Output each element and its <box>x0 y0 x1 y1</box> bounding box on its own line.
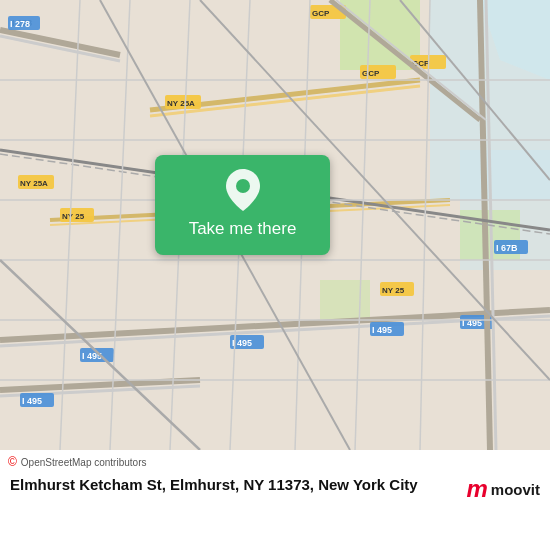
moovit-m-letter: m <box>466 477 487 501</box>
osm-credit: © OpenStreetMap contributors <box>0 450 550 471</box>
svg-text:GCP: GCP <box>362 69 380 78</box>
svg-text:I 278: I 278 <box>10 19 30 29</box>
bottom-info-bar: © OpenStreetMap contributors Elmhurst Ke… <box>0 450 550 550</box>
svg-text:NY 25: NY 25 <box>382 286 405 295</box>
button-label: Take me there <box>189 219 297 239</box>
location-pin-icon <box>226 169 260 211</box>
copyright-symbol: © <box>8 455 17 469</box>
svg-text:NY 25A: NY 25A <box>167 99 195 108</box>
svg-text:NY 25A: NY 25A <box>20 179 48 188</box>
svg-text:GCP: GCP <box>312 9 330 18</box>
take-me-there-button[interactable]: Take me there <box>155 155 330 255</box>
app-container: I 278 I 278 I 495 I 495 I 495 I 495 I 49… <box>0 0 550 550</box>
svg-text:I 495: I 495 <box>372 325 392 335</box>
osm-text: OpenStreetMap contributors <box>21 457 147 468</box>
svg-text:I 67B: I 67B <box>496 243 518 253</box>
moovit-logo: m moovit <box>466 477 540 501</box>
svg-text:I 495: I 495 <box>22 396 42 406</box>
svg-rect-6 <box>320 280 370 320</box>
address-row: Elmhurst Ketcham St, Elmhurst, NY 11373,… <box>0 471 550 550</box>
svg-text:NY 25: NY 25 <box>62 212 85 221</box>
moovit-brand-name: moovit <box>491 481 540 498</box>
svg-point-71 <box>236 179 250 193</box>
map-container: I 278 I 278 I 495 I 495 I 495 I 495 I 49… <box>0 0 550 450</box>
address-text: Elmhurst Ketcham St, Elmhurst, NY 11373,… <box>10 475 456 495</box>
